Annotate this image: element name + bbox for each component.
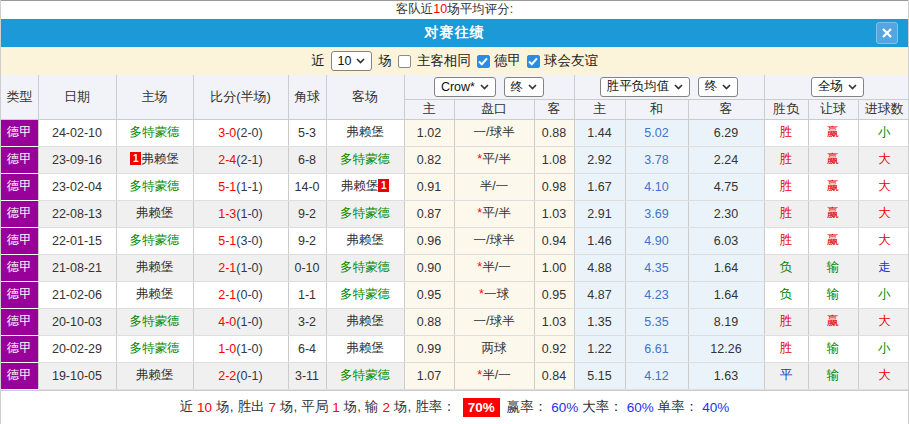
wdl-draw-odds: 4.10 [625, 173, 688, 200]
home-team-cell: 弗赖堡 [116, 200, 193, 227]
away-team-name[interactable]: 弗赖堡 [341, 179, 379, 193]
away-team-name[interactable]: 弗赖堡 [346, 125, 384, 139]
handicap-result-cell: 赢 [808, 308, 858, 335]
away-team-name[interactable]: 多特蒙德 [340, 368, 390, 382]
home-team-name[interactable]: 弗赖堡 [136, 287, 174, 301]
result-cell: 胜 [764, 227, 808, 254]
corner-cell: 6-4 [288, 335, 326, 362]
goals-result-cell: 小 [858, 119, 909, 146]
league-badge-cell: 德甲 [1, 146, 38, 173]
away-team-name[interactable]: 多特蒙德 [340, 260, 390, 274]
handicap-value: 半/一 [482, 368, 510, 382]
home-team-name[interactable]: 多特蒙德 [130, 314, 180, 328]
league-badge-cell: 德甲 [1, 254, 38, 281]
home-team-name[interactable]: 弗赖堡 [136, 206, 174, 220]
score-cell: 5-1(3-0) [193, 227, 288, 254]
table-row: 德甲 21-02-06 弗赖堡 2-1(0-0) 1-1 多特蒙德 0.95 *… [1, 281, 909, 308]
table-row: 德甲 20-02-29 多特蒙德 1-0(1-0) 6-4 弗赖堡 0.99 两… [1, 335, 909, 362]
away-team-name[interactable]: 多特蒙德 [340, 287, 390, 301]
note-count: 10 [433, 2, 447, 16]
league-checkbox[interactable] [477, 55, 490, 68]
handicap-away-odds: 0.92 [534, 335, 574, 362]
odds-source-select[interactable]: Crow* [434, 77, 496, 97]
away-team-cell: 多特蒙德 [326, 281, 404, 308]
home-team-name[interactable]: 弗赖堡 [136, 260, 174, 274]
date-cell: 19-10-05 [38, 362, 116, 389]
odds-final-select[interactable]: 终 [504, 77, 545, 97]
home-team-name[interactable]: 多特蒙德 [130, 125, 180, 139]
away-team-name[interactable]: 弗赖堡 [346, 341, 384, 355]
wdl-home-odds: 5.15 [574, 362, 625, 389]
match-count-value: 10 [338, 54, 352, 68]
away-team-name[interactable]: 多特蒙德 [340, 152, 390, 166]
halftime-score: (3-0) [236, 234, 262, 248]
red-card-badge: 1 [130, 152, 141, 165]
close-icon [881, 27, 893, 39]
result-cell: 胜 [764, 173, 808, 200]
away-team-name[interactable]: 弗赖堡 [346, 314, 384, 328]
same-venue-checkbox[interactable] [398, 55, 411, 68]
wdl-final-select[interactable]: 终 [698, 77, 739, 97]
results-tbody: 德甲 24-02-10 多特蒙德 3-0(2-0) 5-3 弗赖堡 1.02 一… [1, 119, 909, 389]
header-date: 日期 [38, 75, 116, 119]
header-away: 客场 [326, 75, 404, 119]
home-team-name[interactable]: 弗赖堡 [141, 152, 179, 166]
result-cell: 胜 [764, 308, 808, 335]
fulltime-score: 4-0 [218, 315, 236, 329]
goals-result-cell: 小 [858, 281, 909, 308]
result-cell: 负 [764, 254, 808, 281]
check-icon [478, 57, 488, 66]
dialog-title: 对赛往绩 [425, 24, 485, 42]
score-cell: 1-0(1-0) [193, 335, 288, 362]
handicap-value: 平/半 [482, 206, 510, 220]
halftime-score: (0-1) [236, 369, 262, 383]
goals-result-cell: 小 [858, 335, 909, 362]
header-win: 主 [574, 99, 625, 119]
handicap-home-odds: 0.95 [404, 281, 454, 308]
home-team-name[interactable]: 多特蒙德 [130, 179, 180, 193]
home-team-name[interactable]: 弗赖堡 [136, 368, 174, 382]
halftime-score: (1-0) [236, 315, 262, 329]
handicap-group-header: Crow* 终 [404, 75, 574, 99]
handicap-away-odds: 0.84 [534, 362, 574, 389]
corner-cell: 3-2 [288, 308, 326, 335]
goals-result-cell: 大 [858, 173, 909, 200]
home-team-name[interactable]: 多特蒙德 [130, 233, 180, 247]
away-rating-note: 客队近10场平均评分: [1, 0, 908, 19]
scope-select[interactable]: 全场 [811, 77, 864, 97]
dialog-titlebar: 对赛往绩 [1, 19, 908, 47]
date-cell: 23-09-16 [38, 146, 116, 173]
summary-g3: 场, [344, 398, 361, 416]
away-team-name[interactable]: 弗赖堡 [346, 233, 384, 247]
league-label: 德甲 [494, 52, 521, 70]
fulltime-score: 5-1 [218, 180, 236, 194]
away-team-name[interactable]: 多特蒙德 [340, 206, 390, 220]
wdl-home-odds: 2.92 [574, 146, 625, 173]
halftime-score: (1-0) [236, 207, 262, 221]
wdl-draw-odds: 4.90 [625, 227, 688, 254]
home-team-name[interactable]: 多特蒙德 [130, 341, 180, 355]
away-team-cell: 弗赖堡1 [326, 173, 404, 200]
away-team-cell: 多特蒙德 [326, 146, 404, 173]
handicap-value: 一球 [484, 287, 509, 301]
table-row: 德甲 21-08-21 弗赖堡 2-1(1-0) 0-10 多特蒙德 0.90 … [1, 254, 909, 281]
table-row: 德甲 22-08-13 弗赖堡 1-3(1-0) 9-2 多特蒙德 0.87 *… [1, 200, 909, 227]
handicap-value: 平/半 [482, 152, 510, 166]
handicap-result-cell: 输 [808, 281, 858, 308]
handicap-away-odds: 1.03 [534, 308, 574, 335]
close-button[interactable] [876, 22, 898, 44]
score-cell: 2-4(2-1) [193, 146, 288, 173]
table-row: 德甲 23-02-04 多特蒙德 5-1(1-1) 14-0 弗赖堡1 0.91… [1, 173, 909, 200]
fulltime-score: 1-0 [218, 342, 236, 356]
fulltime-score: 2-2 [218, 369, 236, 383]
summary-asian-label: 赢率： [507, 398, 548, 416]
wdl-draw-odds: 4.35 [625, 254, 688, 281]
table-row: 德甲 23-09-16 1弗赖堡 2-4(2-1) 6-8 多特蒙德 0.82 … [1, 146, 909, 173]
home-team-cell: 弗赖堡 [116, 362, 193, 389]
wdl-away-odds: 2.24 [688, 146, 764, 173]
wdl-draw-odds: 6.61 [625, 335, 688, 362]
friendly-checkbox[interactable] [527, 55, 540, 68]
result-cell: 胜 [764, 146, 808, 173]
match-count-select[interactable]: 10 [331, 51, 373, 71]
wdl-avg-select[interactable]: 胜平负均值 [600, 77, 691, 97]
